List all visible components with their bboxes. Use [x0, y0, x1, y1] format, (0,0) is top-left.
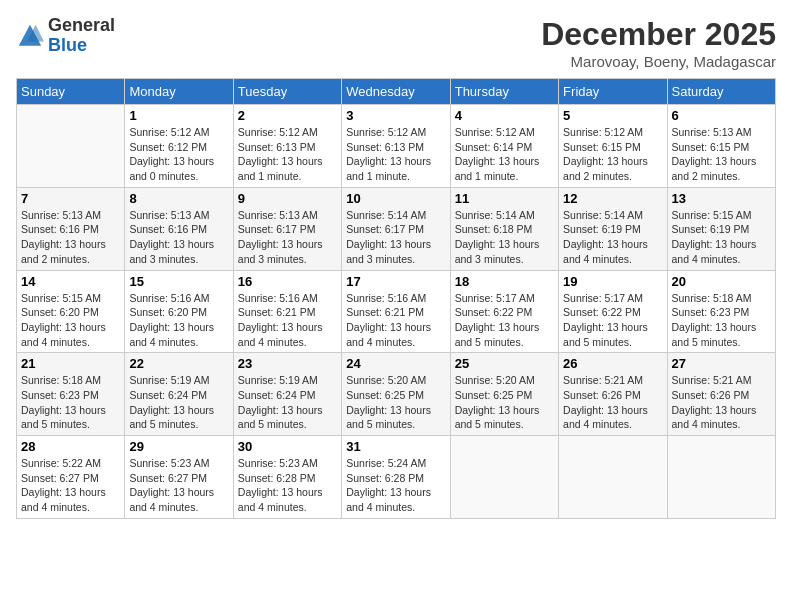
- day-cell: 23Sunrise: 5:19 AM Sunset: 6:24 PM Dayli…: [233, 353, 341, 436]
- week-row-3: 14Sunrise: 5:15 AM Sunset: 6:20 PM Dayli…: [17, 270, 776, 353]
- day-number: 16: [238, 274, 337, 289]
- day-info: Sunrise: 5:12 AM Sunset: 6:15 PM Dayligh…: [563, 125, 662, 184]
- day-number: 18: [455, 274, 554, 289]
- day-info: Sunrise: 5:15 AM Sunset: 6:20 PM Dayligh…: [21, 291, 120, 350]
- day-number: 20: [672, 274, 771, 289]
- day-cell: 3Sunrise: 5:12 AM Sunset: 6:13 PM Daylig…: [342, 105, 450, 188]
- day-cell: 14Sunrise: 5:15 AM Sunset: 6:20 PM Dayli…: [17, 270, 125, 353]
- weekday-header-wednesday: Wednesday: [342, 79, 450, 105]
- title-block: December 2025 Marovoay, Boeny, Madagasca…: [541, 16, 776, 70]
- day-number: 30: [238, 439, 337, 454]
- page-header: General Blue December 2025 Marovoay, Boe…: [16, 16, 776, 70]
- week-row-1: 1Sunrise: 5:12 AM Sunset: 6:12 PM Daylig…: [17, 105, 776, 188]
- day-number: 24: [346, 356, 445, 371]
- day-number: 25: [455, 356, 554, 371]
- day-number: 8: [129, 191, 228, 206]
- day-number: 28: [21, 439, 120, 454]
- day-cell: 26Sunrise: 5:21 AM Sunset: 6:26 PM Dayli…: [559, 353, 667, 436]
- day-info: Sunrise: 5:18 AM Sunset: 6:23 PM Dayligh…: [672, 291, 771, 350]
- day-info: Sunrise: 5:14 AM Sunset: 6:19 PM Dayligh…: [563, 208, 662, 267]
- day-cell: 12Sunrise: 5:14 AM Sunset: 6:19 PM Dayli…: [559, 187, 667, 270]
- calendar-table: SundayMondayTuesdayWednesdayThursdayFrid…: [16, 78, 776, 519]
- day-number: 31: [346, 439, 445, 454]
- week-row-2: 7Sunrise: 5:13 AM Sunset: 6:16 PM Daylig…: [17, 187, 776, 270]
- day-cell: 8Sunrise: 5:13 AM Sunset: 6:16 PM Daylig…: [125, 187, 233, 270]
- day-cell: [450, 436, 558, 519]
- day-cell: 1Sunrise: 5:12 AM Sunset: 6:12 PM Daylig…: [125, 105, 233, 188]
- day-info: Sunrise: 5:16 AM Sunset: 6:21 PM Dayligh…: [346, 291, 445, 350]
- location: Marovoay, Boeny, Madagascar: [541, 53, 776, 70]
- day-cell: [667, 436, 775, 519]
- day-number: 29: [129, 439, 228, 454]
- day-cell: 2Sunrise: 5:12 AM Sunset: 6:13 PM Daylig…: [233, 105, 341, 188]
- day-info: Sunrise: 5:20 AM Sunset: 6:25 PM Dayligh…: [346, 373, 445, 432]
- day-number: 22: [129, 356, 228, 371]
- day-info: Sunrise: 5:22 AM Sunset: 6:27 PM Dayligh…: [21, 456, 120, 515]
- day-number: 14: [21, 274, 120, 289]
- day-number: 6: [672, 108, 771, 123]
- day-info: Sunrise: 5:13 AM Sunset: 6:16 PM Dayligh…: [21, 208, 120, 267]
- weekday-header-sunday: Sunday: [17, 79, 125, 105]
- day-number: 12: [563, 191, 662, 206]
- logo-blue: Blue: [48, 35, 87, 55]
- day-number: 15: [129, 274, 228, 289]
- day-cell: 27Sunrise: 5:21 AM Sunset: 6:26 PM Dayli…: [667, 353, 775, 436]
- day-number: 17: [346, 274, 445, 289]
- day-cell: 11Sunrise: 5:14 AM Sunset: 6:18 PM Dayli…: [450, 187, 558, 270]
- day-info: Sunrise: 5:19 AM Sunset: 6:24 PM Dayligh…: [238, 373, 337, 432]
- day-cell: [17, 105, 125, 188]
- logo-icon: [16, 22, 44, 50]
- day-cell: 18Sunrise: 5:17 AM Sunset: 6:22 PM Dayli…: [450, 270, 558, 353]
- day-number: 10: [346, 191, 445, 206]
- month-title: December 2025: [541, 16, 776, 53]
- day-cell: 4Sunrise: 5:12 AM Sunset: 6:14 PM Daylig…: [450, 105, 558, 188]
- day-cell: 19Sunrise: 5:17 AM Sunset: 6:22 PM Dayli…: [559, 270, 667, 353]
- day-info: Sunrise: 5:21 AM Sunset: 6:26 PM Dayligh…: [672, 373, 771, 432]
- weekday-header-thursday: Thursday: [450, 79, 558, 105]
- day-cell: 15Sunrise: 5:16 AM Sunset: 6:20 PM Dayli…: [125, 270, 233, 353]
- day-info: Sunrise: 5:14 AM Sunset: 6:17 PM Dayligh…: [346, 208, 445, 267]
- day-number: 26: [563, 356, 662, 371]
- day-info: Sunrise: 5:17 AM Sunset: 6:22 PM Dayligh…: [455, 291, 554, 350]
- day-info: Sunrise: 5:19 AM Sunset: 6:24 PM Dayligh…: [129, 373, 228, 432]
- day-info: Sunrise: 5:16 AM Sunset: 6:21 PM Dayligh…: [238, 291, 337, 350]
- day-info: Sunrise: 5:18 AM Sunset: 6:23 PM Dayligh…: [21, 373, 120, 432]
- week-row-4: 21Sunrise: 5:18 AM Sunset: 6:23 PM Dayli…: [17, 353, 776, 436]
- day-number: 5: [563, 108, 662, 123]
- weekday-header-tuesday: Tuesday: [233, 79, 341, 105]
- day-number: 11: [455, 191, 554, 206]
- day-cell: 24Sunrise: 5:20 AM Sunset: 6:25 PM Dayli…: [342, 353, 450, 436]
- day-cell: 17Sunrise: 5:16 AM Sunset: 6:21 PM Dayli…: [342, 270, 450, 353]
- day-info: Sunrise: 5:17 AM Sunset: 6:22 PM Dayligh…: [563, 291, 662, 350]
- day-number: 21: [21, 356, 120, 371]
- day-info: Sunrise: 5:12 AM Sunset: 6:13 PM Dayligh…: [346, 125, 445, 184]
- day-number: 7: [21, 191, 120, 206]
- day-number: 9: [238, 191, 337, 206]
- weekday-header-friday: Friday: [559, 79, 667, 105]
- day-info: Sunrise: 5:16 AM Sunset: 6:20 PM Dayligh…: [129, 291, 228, 350]
- day-cell: 21Sunrise: 5:18 AM Sunset: 6:23 PM Dayli…: [17, 353, 125, 436]
- day-info: Sunrise: 5:20 AM Sunset: 6:25 PM Dayligh…: [455, 373, 554, 432]
- day-number: 2: [238, 108, 337, 123]
- day-number: 4: [455, 108, 554, 123]
- day-info: Sunrise: 5:15 AM Sunset: 6:19 PM Dayligh…: [672, 208, 771, 267]
- day-cell: 13Sunrise: 5:15 AM Sunset: 6:19 PM Dayli…: [667, 187, 775, 270]
- day-info: Sunrise: 5:12 AM Sunset: 6:14 PM Dayligh…: [455, 125, 554, 184]
- logo-text: General Blue: [48, 16, 115, 56]
- day-info: Sunrise: 5:21 AM Sunset: 6:26 PM Dayligh…: [563, 373, 662, 432]
- day-info: Sunrise: 5:12 AM Sunset: 6:12 PM Dayligh…: [129, 125, 228, 184]
- day-cell: 22Sunrise: 5:19 AM Sunset: 6:24 PM Dayli…: [125, 353, 233, 436]
- day-number: 23: [238, 356, 337, 371]
- weekday-header-monday: Monday: [125, 79, 233, 105]
- day-info: Sunrise: 5:23 AM Sunset: 6:27 PM Dayligh…: [129, 456, 228, 515]
- day-cell: 29Sunrise: 5:23 AM Sunset: 6:27 PM Dayli…: [125, 436, 233, 519]
- day-info: Sunrise: 5:13 AM Sunset: 6:16 PM Dayligh…: [129, 208, 228, 267]
- day-cell: 6Sunrise: 5:13 AM Sunset: 6:15 PM Daylig…: [667, 105, 775, 188]
- day-cell: 16Sunrise: 5:16 AM Sunset: 6:21 PM Dayli…: [233, 270, 341, 353]
- week-row-5: 28Sunrise: 5:22 AM Sunset: 6:27 PM Dayli…: [17, 436, 776, 519]
- logo: General Blue: [16, 16, 115, 56]
- day-number: 19: [563, 274, 662, 289]
- day-info: Sunrise: 5:23 AM Sunset: 6:28 PM Dayligh…: [238, 456, 337, 515]
- weekday-header-row: SundayMondayTuesdayWednesdayThursdayFrid…: [17, 79, 776, 105]
- day-info: Sunrise: 5:12 AM Sunset: 6:13 PM Dayligh…: [238, 125, 337, 184]
